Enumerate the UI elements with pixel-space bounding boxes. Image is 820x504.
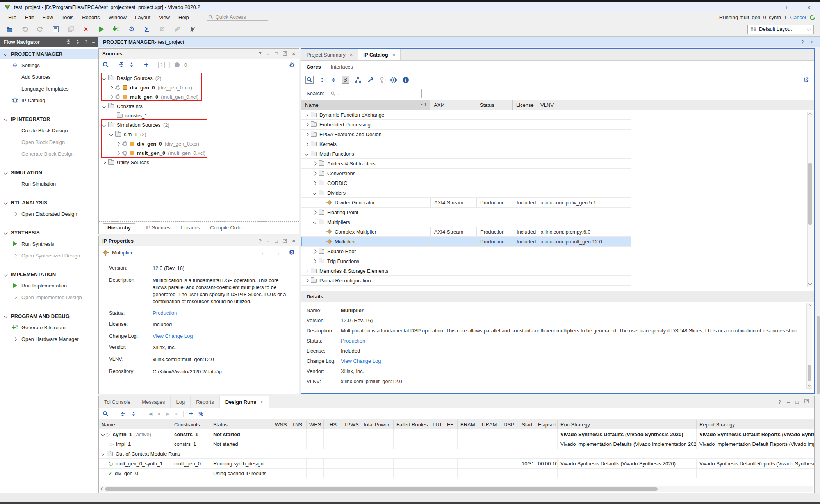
help-icon[interactable]: ? xyxy=(801,39,804,45)
changelog-link[interactable]: View Change Log xyxy=(153,333,193,339)
menu-view[interactable]: View xyxy=(155,14,174,21)
close-icon[interactable]: × xyxy=(810,39,813,45)
changelog-link[interactable]: View Change Log xyxy=(341,358,381,364)
tab-libraries[interactable]: Libraries xyxy=(180,225,200,231)
run-row-impl-1[interactable]: ▷impl_1 constrs_1 Not started Vivado Imp… xyxy=(99,439,814,449)
chevron-right-icon[interactable] xyxy=(102,160,106,164)
fn-item-language-templates[interactable]: Language Templates xyxy=(0,83,98,94)
tab-messages[interactable]: Messages xyxy=(136,396,171,408)
scrollbar-thumb[interactable] xyxy=(808,163,812,225)
details-scrollbar[interactable] xyxy=(806,303,812,389)
tab-hierarchy[interactable]: Hierarchy xyxy=(103,223,135,232)
layout-selector[interactable]: Default Layout xyxy=(747,25,814,34)
catalog-row[interactable]: Floating Point xyxy=(301,208,631,217)
collapse-all-icon[interactable] xyxy=(119,62,124,67)
collapse-all-icon[interactable] xyxy=(120,411,125,417)
column-total-power[interactable]: Total Power xyxy=(360,420,394,429)
gear-icon[interactable]: ⚙ xyxy=(803,76,809,83)
fn-section-implementation[interactable]: IMPLEMENTATION xyxy=(0,269,98,280)
menu-reports[interactable]: Reports xyxy=(78,14,104,21)
catalog-scrollbar[interactable] xyxy=(807,112,813,287)
percent-icon[interactable]: % xyxy=(198,411,203,417)
chevron-right-icon[interactable] xyxy=(305,132,309,136)
column-license[interactable]: License xyxy=(513,100,537,110)
chevron-down-icon[interactable] xyxy=(4,231,8,235)
window-scrollbar[interactable] xyxy=(816,47,820,493)
group-by-category-icon[interactable]: ♯ xyxy=(342,76,349,84)
search-input[interactable] xyxy=(328,89,422,98)
catalog-row-multiplier-selected[interactable]: MultiplierProductionIncludedxilinx.com:i… xyxy=(301,237,631,247)
catalog-row[interactable]: Square Root xyxy=(301,247,631,256)
catalog-row[interactable]: Math Functions xyxy=(301,149,631,159)
column-whs[interactable]: WHS xyxy=(307,420,324,429)
chevron-down-icon[interactable] xyxy=(102,123,106,127)
scrollbar-thumb[interactable] xyxy=(105,487,658,491)
tab-design-runs[interactable]: Design Runs× xyxy=(220,396,269,408)
column-wns[interactable]: WNS xyxy=(272,420,289,429)
fn-item-run-synthesis[interactable]: Run Synthesis xyxy=(0,238,98,250)
fn-section-synthesis[interactable]: SYNTHESIS xyxy=(0,227,98,238)
minimize-icon[interactable]: – xyxy=(766,4,769,11)
customize-wrench-icon[interactable] xyxy=(367,77,373,83)
subnav-cores[interactable]: Cores xyxy=(307,64,321,70)
catalog-row[interactable]: Conversions xyxy=(301,169,631,178)
catalog-row[interactable]: Embedded Processing xyxy=(301,120,631,130)
ip-properties-header[interactable]: IP Properties ?–□ × xyxy=(99,236,299,246)
chevron-right-icon[interactable] xyxy=(13,212,17,216)
generate-bitstream-icon[interactable]: 0110 xyxy=(112,25,121,34)
report-icon[interactable] xyxy=(51,25,60,34)
expand-all-icon[interactable] xyxy=(331,77,336,83)
subnav-interfaces[interactable]: Interfaces xyxy=(331,64,353,70)
help-icon[interactable]: ? xyxy=(778,399,781,405)
menu-layout[interactable]: Layout xyxy=(131,14,155,21)
catalog-row[interactable]: Partial Reconfiguration xyxy=(301,276,631,286)
chevron-down-icon[interactable] xyxy=(4,273,8,277)
float-icon[interactable] xyxy=(804,399,809,403)
maximize-icon[interactable]: □ xyxy=(275,51,278,57)
run-icon[interactable] xyxy=(97,25,105,34)
fn-section-ip-integrator[interactable]: IP INTEGRATOR xyxy=(0,114,98,124)
chevron-down-icon[interactable] xyxy=(101,452,105,456)
scroll-down-icon[interactable] xyxy=(808,282,812,286)
chevron-right-icon[interactable] xyxy=(313,249,317,253)
catalog-row[interactable]: Adders & Subtracters xyxy=(301,159,631,169)
fn-item-settings[interactable]: ⚙Settings xyxy=(0,59,98,71)
sources-panel-header[interactable]: Sources ?–□ × xyxy=(99,49,299,59)
run-row-synth-1[interactable]: ▷synth_1(active) constrs_1 Not started V… xyxy=(99,429,814,439)
help-icon[interactable]: ? xyxy=(258,238,262,244)
menu-flow[interactable]: Flow xyxy=(38,14,57,21)
minimize-panel-icon[interactable]: – xyxy=(92,39,95,45)
help-icon[interactable]: ? xyxy=(258,51,262,57)
previous-run-icon[interactable]: « xyxy=(158,411,160,417)
info-icon[interactable]: i xyxy=(403,77,409,83)
menu-window[interactable]: Window xyxy=(104,14,131,21)
chevron-right-icon[interactable] xyxy=(116,151,120,155)
chevron-right-icon[interactable] xyxy=(305,142,309,146)
chevron-down-icon[interactable] xyxy=(305,152,309,156)
minimize-icon[interactable]: – xyxy=(787,399,790,405)
scroll-up-icon[interactable] xyxy=(808,113,812,117)
tree-item-constraints[interactable]: Constraints xyxy=(99,101,299,111)
column-lut[interactable]: LUT xyxy=(430,420,444,429)
expand-all-icon[interactable] xyxy=(129,62,134,67)
next-run-icon[interactable]: » xyxy=(175,411,178,417)
column-uram[interactable]: URAM xyxy=(479,420,501,429)
close-icon[interactable]: × xyxy=(260,399,263,405)
tab-ip-sources[interactable]: IP Sources xyxy=(146,225,170,231)
tab-compile-order[interactable]: Compile Order xyxy=(210,225,243,231)
fn-item-open-hardware-manager[interactable]: Open Hardware Manager xyxy=(0,333,98,345)
column-name[interactable]: Name1 xyxy=(301,100,430,110)
fn-item-run-implementation[interactable]: Run Implementation xyxy=(0,280,98,291)
catalog-row[interactable]: Memories & Storage Elements xyxy=(301,266,631,276)
chevron-right-icon[interactable] xyxy=(13,337,17,341)
scrollbar-thumb[interactable] xyxy=(817,316,820,394)
chevron-right-icon[interactable] xyxy=(313,171,317,175)
chevron-right-icon[interactable] xyxy=(305,113,309,117)
chevron-down-icon[interactable] xyxy=(313,220,317,224)
catalog-row[interactable]: FPGA Features and Design xyxy=(301,130,631,139)
fn-section-program-and-debug[interactable]: PROGRAM AND DEBUG xyxy=(0,311,98,321)
messages-badge-icon[interactable] xyxy=(175,62,180,67)
column-start[interactable]: Start xyxy=(519,420,535,429)
chevron-down-icon[interactable] xyxy=(109,132,113,136)
maximize-icon[interactable]: □ xyxy=(786,4,790,11)
